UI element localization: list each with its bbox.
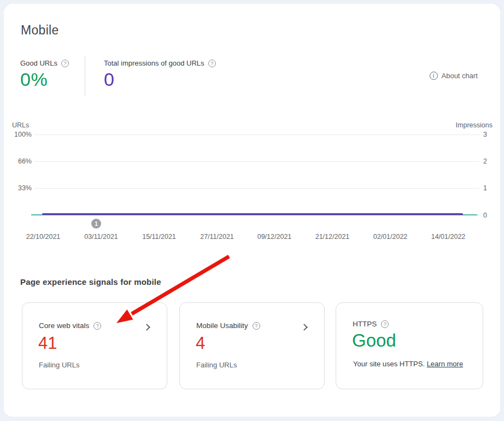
section-title: Page experience signals for mobile (20, 277, 161, 286)
impressions-label: Total impressions of good URLs (104, 59, 204, 67)
metric-divider (85, 56, 85, 96)
good-urls-series-line (42, 213, 463, 215)
page-title: Mobile (21, 23, 59, 38)
x-tick-date: 15/11/2021 (142, 233, 176, 241)
x-tick-date: 27/11/2021 (200, 233, 234, 241)
card-https[interactable]: HTTPS ? Good Your site uses HTTPS. Learn… (336, 302, 483, 389)
help-icon[interactable]: ? (381, 320, 389, 328)
info-icon: i (430, 72, 438, 80)
x-tick-date: 03/11/2021 (84, 233, 118, 241)
failing-count: 41 (38, 334, 57, 353)
card-mobile-usability[interactable]: Mobile Usability ? 4 Failing URLs (179, 302, 325, 389)
card-subtitle: Failing URLs (196, 361, 237, 369)
about-chart-button[interactable]: i About chart (430, 72, 478, 80)
card-subtitle: Failing URLs (39, 361, 79, 369)
right-tick-3: 3 (483, 131, 487, 138)
gridline (34, 135, 479, 135)
about-chart-label: About chart (442, 72, 478, 80)
good-urls-metric: Good URLs ? 0% (20, 59, 69, 90)
gridline (34, 188, 479, 189)
impressions-value: 0 (104, 69, 216, 90)
https-description: Your site uses HTTPS. (353, 360, 425, 368)
chevron-right-icon (143, 324, 150, 331)
chart-annotation-marker[interactable]: 1 (91, 219, 101, 229)
help-icon[interactable]: ? (61, 60, 69, 67)
card-title-label: Mobile Usability (196, 321, 248, 330)
https-status: Good (352, 330, 396, 351)
help-icon[interactable]: ? (253, 322, 260, 330)
x-tick-date: 02/01/2022 (373, 233, 408, 241)
good-urls-value: 0% (20, 69, 69, 90)
right-axis-title: Impressions (456, 121, 493, 129)
right-tick-2: 2 (483, 157, 487, 165)
x-tick-date: 14/01/2022 (431, 233, 466, 241)
x-tick-date: 21/12/2021 (315, 233, 350, 241)
help-icon[interactable]: ? (93, 322, 101, 330)
right-tick-1: 1 (483, 184, 487, 192)
impressions-metric: Total impressions of good URLs ? 0 (104, 59, 216, 90)
left-tick-33: 33% (8, 184, 32, 192)
card-title-label: HTTPS (353, 320, 377, 328)
good-urls-label: Good URLs (20, 59, 57, 67)
x-tick-date: 09/12/2021 (257, 233, 292, 241)
learn-more-link[interactable]: Learn more (427, 360, 463, 368)
card-title-label: Core web vitals (39, 321, 89, 330)
left-tick-66: 66% (8, 157, 32, 165)
help-icon[interactable]: ? (208, 60, 216, 67)
x-tick-date: 22/10/2021 (26, 233, 61, 241)
chevron-right-icon (301, 324, 308, 331)
gridline (34, 161, 479, 162)
left-tick-100: 100% (8, 131, 32, 138)
right-tick-0: 0 (483, 212, 487, 219)
card-core-web-vitals[interactable]: Core web vitals ? 41 Failing URLs (22, 302, 167, 389)
failing-count: 4 (196, 334, 205, 353)
left-axis-title: URLs (12, 121, 29, 129)
